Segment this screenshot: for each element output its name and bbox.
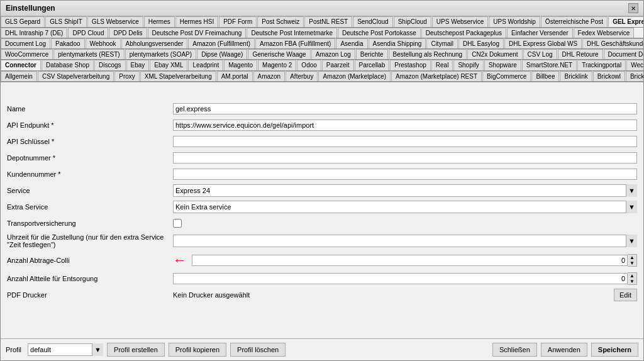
tab-gls-shipit[interactable]: GLS ShipIT <box>45 16 87 27</box>
tab-bigcommerce[interactable]: BigCommerce <box>482 71 531 81</box>
tab-einfacher-versender[interactable]: Einfacher Versender <box>507 28 573 38</box>
tab-ebay-xml[interactable]: Ebay XML <box>150 60 187 70</box>
tab-weclapp[interactable]: Weclapp <box>626 60 643 70</box>
tab-dhl-easylog[interactable]: DHL Easylog <box>458 38 504 48</box>
abtrage-input[interactable] <box>192 255 628 266</box>
tab-fedex-webservice[interactable]: Fedex Webservice <box>574 28 635 38</box>
tab-parcellab[interactable]: Parcellab <box>355 60 390 70</box>
tab-dhl-express-global-ws[interactable]: DHL Express Global WS <box>504 38 582 48</box>
tab-magento[interactable]: Magento <box>224 60 257 70</box>
tab-shopware[interactable]: Shopware <box>484 60 521 70</box>
tab-amazon-marketplace-rest[interactable]: Amazon (Marketplace) REST <box>391 71 482 81</box>
tab-afterbuy[interactable]: Afterbuy <box>286 71 318 81</box>
tab-amazon[interactable]: Amazon <box>253 71 286 81</box>
tab-brickowl[interactable]: Brickowl <box>593 71 625 81</box>
tab-connector[interactable]: Connector <box>1 60 41 70</box>
tab-amportal[interactable]: AM.portal <box>217 71 253 81</box>
tab-dhl-geschftskundenversand[interactable]: DHL Geschäftskundenversand <box>582 38 643 48</box>
tab-asendia[interactable]: Asendia <box>336 38 367 48</box>
tab-proxy[interactable]: Proxy <box>114 71 140 81</box>
tab-document-downloader[interactable]: Document Downloader <box>604 49 643 59</box>
depot-input[interactable] <box>173 152 637 164</box>
tab-dhl-intraship-7-de[interactable]: DHL Intraship 7 (DE) <box>1 28 67 38</box>
tab-deutsche-post-portokasse[interactable]: Deutsche Post Portokasse <box>338 28 421 38</box>
tab-shipcloud[interactable]: ShipCloud <box>394 16 431 27</box>
transport-checkbox[interactable] <box>173 219 182 228</box>
tab-gel-express[interactable]: GEL Express <box>608 16 643 27</box>
tab-deutsche-post-dv-freimachung[interactable]: Deutsche Post DV Freimachung <box>148 28 247 38</box>
tab-allgemein[interactable]: Allgemein <box>1 71 37 81</box>
tab-trackingportal[interactable]: Trackingportal <box>577 60 626 70</box>
tab-leadprint[interactable]: Leadprint <box>188 60 223 70</box>
tab-amazon-marketplace[interactable]: Amazon (Marketplace) <box>318 71 391 81</box>
tab-real[interactable]: Real <box>431 60 453 70</box>
customer-input[interactable] <box>173 169 637 180</box>
close-button[interactable]: Schließen <box>492 343 537 357</box>
time-select[interactable] <box>173 235 637 247</box>
tab-document-log[interactable]: Document Log <box>1 38 50 48</box>
tab-bestellung-als-rechnung[interactable]: Bestellung als Rechnung <box>389 49 467 59</box>
tab-plentymarkets-rest[interactable]: plentymarkets (REST) <box>53 49 124 59</box>
tab-smartstorenet[interactable]: SmartStore.NET <box>522 60 577 70</box>
tab-gls-gepard[interactable]: GLS Gepard <box>1 16 45 27</box>
tab-prestashop[interactable]: Prestashop <box>390 60 431 70</box>
altteile-increment-btn[interactable]: ▲ <box>628 273 636 279</box>
tab-ups-webservice[interactable]: UPS Webservice <box>432 16 488 27</box>
tab-hermes-hsi[interactable]: Hermes HSI <box>175 16 218 27</box>
tab-odoo[interactable]: Odoo <box>297 60 321 70</box>
tab-amazon-log[interactable]: Amazon Log <box>311 49 355 59</box>
tab-generische-waage[interactable]: Generische Waage <box>248 49 310 59</box>
profile-select[interactable]: default <box>28 343 103 356</box>
tab-xml-stapelverarbeitung[interactable]: XML Stapelverarbeitung <box>140 71 216 81</box>
tab-webhook[interactable]: Webhook <box>86 38 121 48</box>
apply-button[interactable]: Anwenden <box>541 343 587 357</box>
tab-plentymarkets-soap[interactable]: plentymarkets (SOAP) <box>125 49 196 59</box>
tab-pdf-form[interactable]: PDF Form <box>219 16 257 27</box>
tab-deutsche-post-internetmarke[interactable]: Deutsche Post Internetmarke <box>247 28 337 38</box>
abtrage-increment-btn[interactable]: ▲ <box>628 255 636 260</box>
tab-gls-webservice[interactable]: GLS Webservice <box>87 16 143 27</box>
tab-brickscout[interactable]: Brickscout <box>626 71 643 81</box>
tab-abholungsversender[interactable]: Abholungsversender <box>121 38 188 48</box>
tab-ups-worldship[interactable]: UPS Worldship <box>489 16 540 27</box>
tab-amazon-fulfillment[interactable]: Amazon (Fulfillment) <box>188 38 255 48</box>
tab-postnl-rest[interactable]: PostNL REST <box>304 16 352 27</box>
tab-csv-stapelverarbeitung[interactable]: CSV Stapelverarbeitung <box>38 71 114 81</box>
tab-csv-log[interactable]: CSV Log <box>523 49 557 59</box>
tab-ebay[interactable]: Ebay <box>126 60 150 70</box>
copy-profile-button[interactable]: Profil kopieren <box>169 343 226 357</box>
service-select[interactable]: Express 24 <box>173 184 637 197</box>
tab-amazon-fba-fulfillment[interactable]: Amazon FBA (Fulfillment) <box>255 38 335 48</box>
altteile-input[interactable] <box>173 273 628 284</box>
tab-berichte[interactable]: Berichte <box>356 49 388 59</box>
tab-sterreichische-post[interactable]: Österreichische Post <box>541 16 608 27</box>
delete-profile-button[interactable]: Profil löschen <box>230 343 286 357</box>
edit-button[interactable]: Edit <box>614 289 637 301</box>
close-icon[interactable]: ✕ <box>628 3 638 13</box>
save-button[interactable]: Speichern <box>591 343 638 357</box>
tab-pakadoo[interactable]: Pakadoo <box>51 38 84 48</box>
tab-database-shop[interactable]: Database Shop <box>42 60 94 70</box>
tab-deutschepost-packageplus[interactable]: Deutschepost Packageplus <box>421 28 506 38</box>
tab-post-schweiz[interactable]: Post Schweiz <box>257 16 304 27</box>
tab-paarzeit[interactable]: Paarzeit <box>322 60 354 70</box>
tab-billbee[interactable]: Billbee <box>531 71 559 81</box>
tab-sendcloud[interactable]: SendCloud <box>353 16 392 27</box>
tab-magento-2[interactable]: Magento 2 <box>258 60 296 70</box>
tab-discogs[interactable]: Discogs <box>94 60 126 70</box>
tab-dpd-cloud[interactable]: DPD Cloud <box>68 28 108 38</box>
extra-service-select[interactable]: Kein Extra service <box>173 201 637 213</box>
tab-asendia-shipping[interactable]: Asendia Shipping <box>369 38 426 48</box>
create-profile-button[interactable]: Profil erstellen <box>107 343 165 357</box>
altteile-decrement-btn[interactable]: ▼ <box>628 279 636 284</box>
tab-dipse-waage[interactable]: Dipse (Waage) <box>197 49 247 59</box>
tab-dpd-delis[interactable]: DPD Delis <box>109 28 147 38</box>
abtrage-decrement-btn[interactable]: ▼ <box>628 260 636 266</box>
tab-cn2x-dokument[interactable]: CN2x Dokument <box>467 49 522 59</box>
tab-citymail[interactable]: Citymail <box>426 38 458 48</box>
tab-hermes[interactable]: Hermes <box>144 16 175 27</box>
tab-dhl-retoure[interactable]: DHL Retoure <box>558 49 603 59</box>
name-input[interactable] <box>173 103 637 114</box>
tab-woocommerce[interactable]: WooCommerce <box>1 49 53 59</box>
tab-shopify[interactable]: Shopify <box>453 60 483 70</box>
